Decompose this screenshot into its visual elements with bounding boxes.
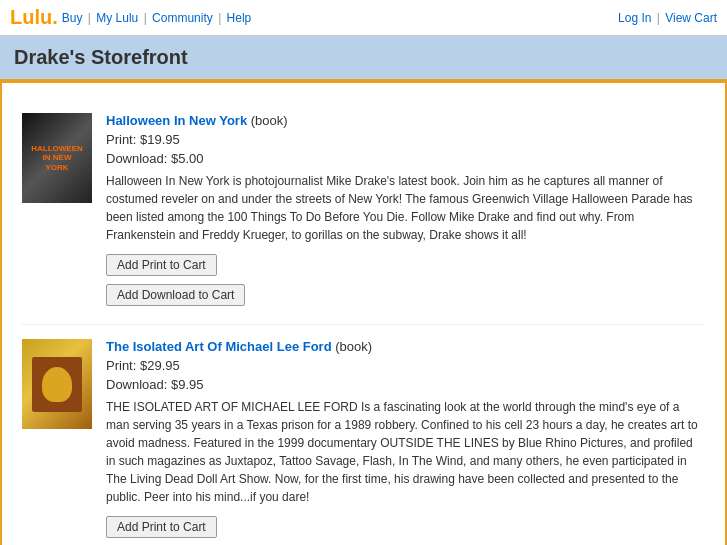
product-type-1: (book) [251,113,288,128]
product-description-2: THE ISOLATED ART OF MICHAEL LEE FORD Is … [106,398,705,506]
nav-community[interactable]: Community [152,11,213,25]
nav-links: Buy | My Lulu | Community | Help [62,11,251,25]
nav-my-lulu[interactable]: My Lulu [96,11,138,25]
product-buttons-2: Add Print to Cart [106,516,705,542]
nav-right: Log In | View Cart [618,11,717,25]
store-header: Drake's Storefront [0,36,727,81]
product-print-price-1: Print: $19.95 [106,132,705,147]
product-title-1[interactable]: Halloween In New York [106,113,247,128]
product-item-2: The Isolated Art Of Michael Lee Ford (bo… [22,325,705,545]
add-print-to-cart-button-2[interactable]: Add Print to Cart [106,516,217,538]
product-image-2 [22,339,92,429]
store-title: Drake's Storefront [14,46,713,69]
product-details-2: The Isolated Art Of Michael Lee Ford (bo… [106,339,705,542]
top-navigation: Lulu. Buy | My Lulu | Community | Help L… [0,0,727,36]
nav-log-in[interactable]: Log In [618,11,651,25]
book-cover-isolated [22,339,92,429]
product-item: HALLOWEENIN NEWYORK Halloween In New Yor… [22,99,705,325]
add-download-to-cart-button-1[interactable]: Add Download to Cart [106,284,245,306]
product-type-2: (book) [335,339,372,354]
product-download-price-1: Download: $5.00 [106,151,705,166]
product-print-price-2: Print: $29.95 [106,358,705,373]
nav-left: Lulu. Buy | My Lulu | Community | Help [10,6,251,29]
product-buttons-1: Add Print to Cart Add Download to Cart [106,254,705,310]
nav-help[interactable]: Help [227,11,252,25]
logo[interactable]: Lulu. [10,6,58,29]
product-title-2[interactable]: The Isolated Art Of Michael Lee Ford [106,339,332,354]
product-description-1: Halloween In New York is photojournalist… [106,172,705,244]
logo-dot: . [52,6,58,28]
product-image-1: HALLOWEENIN NEWYORK [22,113,92,203]
add-print-to-cart-button-1[interactable]: Add Print to Cart [106,254,217,276]
product-download-price-2: Download: $9.95 [106,377,705,392]
nav-view-cart[interactable]: View Cart [665,11,717,25]
nav-buy[interactable]: Buy [62,11,83,25]
book-cover-halloween: HALLOWEENIN NEWYORK [22,113,92,203]
product-details-1: Halloween In New York (book) Print: $19.… [106,113,705,310]
main-content: HALLOWEENIN NEWYORK Halloween In New Yor… [0,81,727,545]
